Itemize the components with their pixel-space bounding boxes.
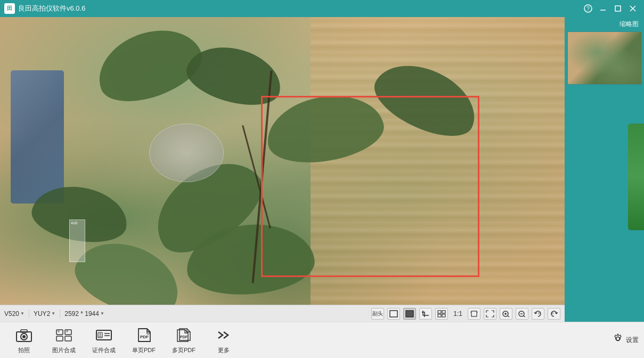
main-camera-area: 4x8↑	[0, 17, 565, 305]
ruler-scale: 4x8↑	[69, 219, 85, 262]
format-name: YUY2	[34, 310, 50, 318]
svg-rect-33	[65, 330, 71, 335]
svg-line-22	[508, 316, 509, 317]
right-sidebar: 缩略图	[565, 17, 644, 305]
restore-button[interactable]	[611, 3, 625, 14]
close-button[interactable]	[626, 3, 640, 14]
svg-rect-34	[56, 336, 63, 341]
idcard-button[interactable]: 证件合成	[85, 325, 123, 356]
single-pdf-icon: PDF	[135, 326, 153, 344]
resolution-dropdown[interactable]: 2592 * 1944 ▼	[64, 310, 104, 318]
settings-label: 设置	[626, 336, 639, 345]
help-icon: ?	[584, 4, 592, 13]
multi-pdf-icon: PDF	[175, 326, 193, 344]
title-bar-left: 田 良田高拍仪软件v6.0.6	[4, 3, 85, 14]
combine-icon	[55, 326, 73, 344]
crop-btn[interactable]	[419, 308, 432, 320]
svg-line-25	[524, 316, 525, 317]
rotate-cw-btn[interactable]: 0	[548, 308, 560, 320]
thumbnail-label: 缩略图	[619, 20, 641, 29]
minimize-button[interactable]	[596, 3, 610, 14]
svg-text:PDF: PDF	[180, 335, 188, 339]
svg-point-31	[22, 335, 26, 338]
zoom-out-icon	[518, 310, 526, 318]
app-title: 良田高拍仪软件v6.0.6	[18, 4, 85, 13]
fit-icon	[470, 310, 478, 318]
view-mode-2-icon	[405, 310, 414, 318]
svg-point-37	[66, 330, 68, 332]
svg-rect-32	[56, 330, 63, 335]
zoom-in-icon	[502, 310, 510, 318]
view-mode-2-btn[interactable]	[403, 308, 416, 320]
crop-icon	[421, 310, 430, 318]
blue-cloth	[11, 70, 64, 204]
view-mode-1-icon	[389, 310, 398, 318]
secondary-head-label: 副头	[372, 310, 383, 318]
device-name: V520	[4, 310, 19, 318]
svg-text:PDF: PDF	[140, 335, 149, 339]
status-controls: 副头	[371, 308, 560, 320]
capture-label: 拍照	[18, 346, 30, 354]
zoom-11-btn[interactable]: 1:1	[451, 309, 464, 319]
settings-button[interactable]: 设置	[612, 333, 639, 347]
rotate-ccw-btn[interactable]: 0	[532, 308, 544, 320]
svg-rect-14	[438, 314, 441, 317]
resolution-chevron-icon: ▼	[100, 311, 104, 316]
image-combine-button[interactable]: 图片合成	[45, 325, 83, 356]
idcard-icon	[95, 326, 113, 344]
rotate-ccw-icon: 0	[534, 310, 542, 318]
svg-text:0: 0	[552, 312, 554, 315]
expand-btn[interactable]	[484, 308, 496, 320]
title-bar: 田 良田高拍仪软件v6.0.6 ?	[0, 0, 644, 17]
minimize-icon	[600, 5, 606, 12]
status-bar: V520 ▼ YUY2 ▼ 2592 * 1944 ▼ 副头	[0, 305, 565, 322]
zoom-out-btn[interactable]	[516, 308, 528, 320]
svg-rect-16	[471, 311, 477, 316]
single-pdf-label: 单页PDF	[132, 346, 156, 354]
zoom-in-btn[interactable]	[500, 308, 512, 320]
view-mode-1-btn[interactable]	[387, 308, 400, 320]
single-pdf-button[interactable]: PDF 单页PDF	[125, 325, 162, 356]
more-button[interactable]: 更多	[205, 325, 242, 356]
device-dropdown[interactable]: V520 ▼	[4, 310, 25, 318]
status-separator-2	[60, 310, 60, 318]
camera-icon	[15, 326, 33, 344]
grid-icon	[437, 310, 446, 318]
multi-pdf-button[interactable]: PDF 多页PDF	[165, 325, 202, 356]
app-icon: 田	[4, 3, 15, 14]
svg-rect-35	[65, 336, 71, 341]
multi-pdf-label: 多页PDF	[172, 346, 195, 354]
capture-button[interactable]: 拍照	[5, 325, 43, 356]
svg-rect-7	[406, 311, 413, 317]
svg-rect-6	[390, 311, 397, 317]
rotate-cw-icon: 0	[550, 310, 558, 318]
fit-btn[interactable]	[468, 308, 480, 320]
settings-gear-icon	[612, 333, 624, 347]
idcard-label: 证件合成	[92, 346, 116, 354]
camera-view: 4x8↑	[0, 17, 565, 305]
help-button[interactable]: ?	[581, 3, 595, 14]
svg-text:?: ?	[586, 6, 590, 12]
svg-rect-30	[21, 330, 27, 332]
format-chevron-icon: ▼	[51, 311, 55, 316]
svg-point-36	[58, 330, 60, 332]
thumbnail-plant-image	[568, 32, 641, 84]
svg-rect-15	[442, 314, 445, 317]
svg-rect-12	[438, 311, 441, 313]
zoom-11-label: 1:1	[453, 310, 462, 318]
title-bar-controls: ?	[581, 3, 640, 14]
svg-rect-13	[442, 311, 445, 313]
status-separator-1	[29, 310, 29, 318]
secondary-head-btn[interactable]: 副头	[371, 308, 384, 320]
format-dropdown[interactable]: YUY2 ▼	[34, 310, 55, 318]
grid-btn[interactable]	[435, 308, 448, 320]
expand-icon	[486, 310, 494, 318]
more-label: 更多	[218, 346, 230, 354]
close-icon	[630, 5, 636, 12]
svg-rect-3	[615, 6, 621, 11]
device-chevron-icon: ▼	[20, 311, 25, 316]
thumbnail-view	[567, 31, 642, 85]
svg-rect-38	[96, 330, 111, 340]
more-icon	[215, 326, 233, 344]
sidebar-plant-decoration	[628, 124, 644, 230]
